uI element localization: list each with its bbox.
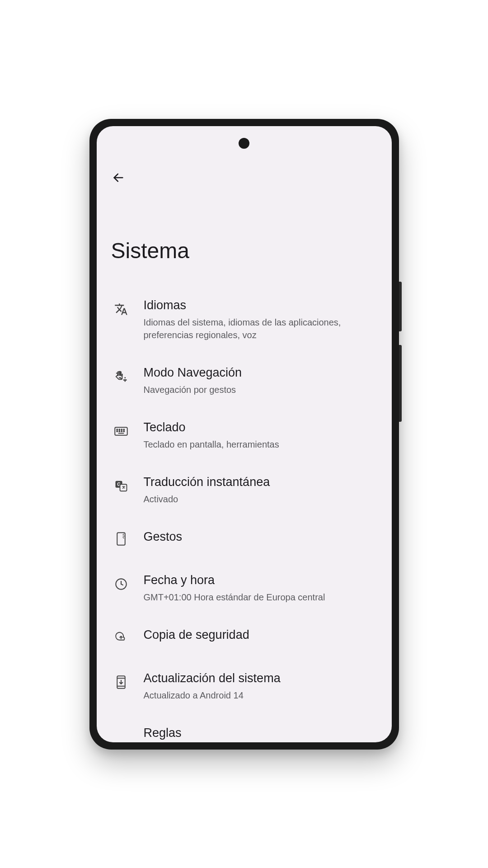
header	[97, 126, 392, 189]
clock-icon	[111, 574, 131, 594]
setting-title: Gestos	[144, 529, 377, 545]
setting-content: Traducción instantánea Activado	[144, 474, 377, 505]
setting-item-languages[interactable]: Idiomas Idiomas del sistema, idiomas de …	[111, 286, 377, 353]
setting-subtitle: Teclado en pantalla, herramientas	[144, 438, 377, 451]
setting-subtitle: Idiomas del sistema, idiomas de las apli…	[144, 316, 377, 341]
svg-point-4	[117, 429, 117, 430]
screen: Sistema Idiomas Idiomas del sistema, idi…	[97, 126, 392, 742]
setting-title: Reglas	[144, 725, 377, 741]
gestures-icon	[111, 529, 131, 549]
settings-list: Idiomas Idiomas del sistema, idiomas de …	[97, 286, 392, 742]
setting-title: Copia de seguridad	[144, 627, 377, 643]
setting-content: Modo Navegación Navegación por gestos	[144, 365, 377, 396]
setting-content: Actualización del sistema Actualizado a …	[144, 670, 377, 702]
setting-title: Idiomas	[144, 297, 377, 313]
rules-icon	[111, 725, 131, 742]
front-camera	[239, 138, 249, 149]
svg-point-10	[121, 431, 122, 432]
setting-item-instant-translate[interactable]: G Traducción instantánea Activado	[111, 462, 377, 517]
setting-subtitle: Actualizado a Android 14	[144, 689, 377, 702]
phone-frame: Sistema Idiomas Idiomas del sistema, idi…	[89, 119, 399, 750]
keyboard-icon	[111, 421, 131, 441]
setting-item-navigation[interactable]: Modo Navegación Navegación por gestos	[111, 353, 377, 408]
setting-content: Idiomas Idiomas del sistema, idiomas de …	[144, 297, 377, 341]
arrow-back-icon	[112, 171, 125, 184]
setting-content: Gestos	[144, 529, 377, 545]
svg-point-5	[119, 429, 120, 430]
back-button[interactable]	[108, 167, 129, 189]
navigation-icon	[111, 367, 131, 387]
svg-point-7	[123, 429, 124, 430]
svg-rect-16	[117, 533, 125, 545]
setting-title: Teclado	[144, 420, 377, 435]
setting-item-rules[interactable]: Reglas	[111, 713, 377, 742]
system-update-icon	[111, 672, 131, 692]
power-button	[399, 282, 402, 331]
translate-instant-icon: G	[111, 476, 131, 496]
setting-subtitle: Activado	[144, 493, 377, 505]
svg-point-1	[116, 373, 117, 374]
setting-title: Fecha y hora	[144, 572, 377, 588]
setting-item-date-time[interactable]: Fecha y hora GMT+01:00 Hora estándar de …	[111, 561, 377, 615]
setting-content: Teclado Teclado en pantalla, herramienta…	[144, 420, 377, 451]
setting-content: Copia de seguridad	[144, 627, 377, 643]
setting-title: Actualización del sistema	[144, 670, 377, 686]
setting-item-gestures[interactable]: Gestos	[111, 517, 377, 561]
svg-point-6	[121, 429, 122, 430]
page-title: Sistema	[97, 189, 392, 286]
setting-subtitle: GMT+01:00 Hora estándar de Europa centra…	[144, 591, 377, 604]
setting-item-keyboard[interactable]: Teclado Teclado en pantalla, herramienta…	[111, 408, 377, 462]
setting-item-system-update[interactable]: Actualización del sistema Actualizado a …	[111, 659, 377, 713]
setting-item-backup[interactable]: Copia de seguridad	[111, 615, 377, 659]
translate-icon	[111, 299, 131, 319]
setting-content: Reglas	[144, 725, 377, 741]
svg-point-9	[119, 431, 120, 432]
volume-button	[399, 345, 402, 422]
svg-point-11	[123, 431, 124, 432]
cloud-backup-icon	[111, 627, 131, 647]
setting-title: Modo Navegación	[144, 365, 377, 381]
setting-content: Fecha y hora GMT+01:00 Hora estándar de …	[144, 572, 377, 604]
setting-subtitle: Navegación por gestos	[144, 383, 377, 396]
setting-title: Traducción instantánea	[144, 474, 377, 490]
phone-physical-buttons	[399, 282, 402, 435]
svg-point-8	[117, 431, 117, 432]
